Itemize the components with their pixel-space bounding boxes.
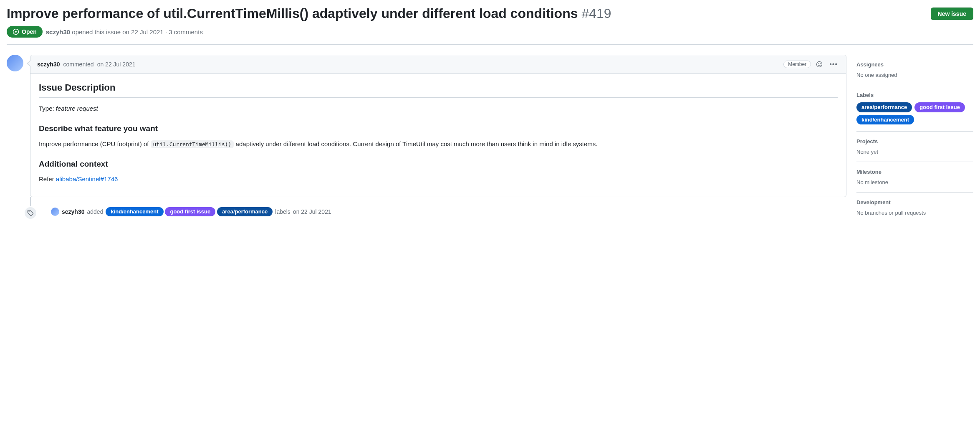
comment-body: Issue Description Type: feature request … (30, 74, 846, 197)
feature-paragraph: Improve performance (CPU footprint) of u… (39, 139, 838, 149)
issue-open-icon (13, 28, 19, 35)
sidebar-label[interactable]: good first issue (914, 102, 965, 112)
state-label: Open (22, 28, 37, 35)
event-author-link[interactable]: sczyh30 (62, 208, 84, 215)
reference-link[interactable]: alibaba/Sentinel#1746 (56, 175, 118, 182)
svg-point-2 (817, 62, 822, 67)
event-label[interactable]: kind/enhancement (106, 207, 163, 216)
smiley-icon (816, 61, 823, 68)
sidebar-labels[interactable]: Labels area/performancegood first issuek… (856, 85, 973, 132)
svg-point-5 (29, 211, 30, 212)
tag-icon-badge (24, 206, 37, 220)
new-issue-button[interactable]: New issue (931, 8, 973, 20)
kebab-icon: ••• (829, 61, 838, 68)
issue-number: #419 (581, 6, 611, 21)
type-line: Type: feature request (39, 104, 838, 113)
issue-title: Improve performance of util.CurrentTimeM… (7, 5, 924, 22)
reference-paragraph: Refer alibaba/Sentinel#1746 (39, 174, 838, 184)
sidebar-label[interactable]: area/performance (856, 102, 912, 112)
issue-title-text: Improve performance of util.CurrentTimeM… (7, 6, 578, 21)
add-reaction-button[interactable] (814, 59, 824, 69)
issue-meta-row: Open sczyh30 opened this issue on 22 Jul… (7, 26, 973, 45)
heading-issue-description: Issue Description (39, 81, 838, 98)
svg-point-3 (818, 63, 819, 64)
svg-point-1 (15, 31, 17, 33)
sidebar-assignees[interactable]: Assignees No one assigned (856, 55, 973, 85)
comment-header: sczyh30 commented on 22 Jul 2021 Member (30, 55, 846, 74)
svg-point-4 (820, 63, 821, 64)
role-badge: Member (783, 61, 811, 68)
event-label[interactable]: good first issue (165, 207, 215, 216)
state-open-pill: Open (7, 26, 43, 38)
sidebar-milestone[interactable]: Milestone No milestone (856, 162, 973, 193)
heading-context: Additional context (39, 158, 838, 170)
sidebar-projects[interactable]: Projects None yet (856, 132, 973, 162)
event-label[interactable]: area/performance (217, 207, 273, 216)
comment-box: sczyh30 commented on 22 Jul 2021 Member (30, 55, 846, 197)
tag-icon (27, 210, 34, 216)
comment-menu-button[interactable]: ••• (828, 59, 839, 69)
event-avatar[interactable] (51, 208, 59, 216)
timeline-event-labeled: sczyh30 added kind/enhancement good firs… (39, 197, 846, 216)
opened-meta: sczyh30 opened this issue on 22 Jul 2021… (46, 28, 203, 35)
author-avatar[interactable] (7, 55, 23, 71)
opened-author-link[interactable]: sczyh30 (46, 28, 70, 35)
sidebar-label[interactable]: kind/enhancement (856, 115, 914, 125)
comment-author-link[interactable]: sczyh30 (37, 61, 60, 68)
sidebar-development[interactable]: Development No branches or pull requests (856, 193, 973, 223)
heading-feature: Describe what feature you want (39, 122, 838, 134)
